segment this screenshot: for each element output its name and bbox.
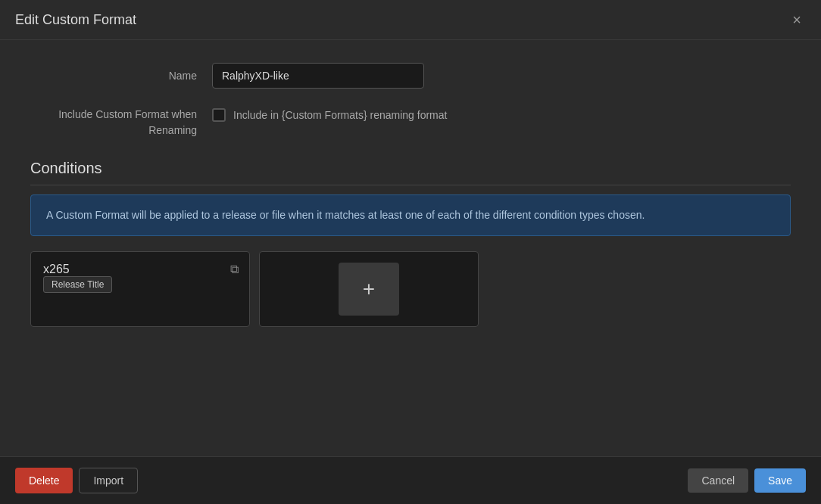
save-button[interactable]: Save — [754, 468, 806, 493]
modal-footer: Delete Import Cancel Save — [0, 456, 821, 504]
close-button[interactable]: × — [788, 11, 806, 29]
condition-title: x265 — [43, 263, 70, 275]
edit-custom-format-modal: Edit Custom Format × Name Include Custom… — [0, 0, 821, 504]
name-label: Name — [30, 70, 212, 82]
add-condition-button[interactable]: + — [339, 263, 399, 316]
include-checkbox-label: Include in {Custom Formats} renaming for… — [233, 109, 447, 121]
name-input[interactable] — [212, 63, 424, 89]
conditions-title: Conditions — [30, 160, 791, 185]
condition-copy-button[interactable]: ⧉ — [229, 261, 240, 278]
modal-header: Edit Custom Format × — [0, 0, 821, 40]
name-field-group: Name — [30, 63, 791, 89]
import-button[interactable]: Import — [79, 468, 138, 493]
footer-right: Cancel Save — [688, 468, 806, 493]
condition-card: x265 ⧉ Release Title — [30, 251, 250, 327]
cancel-button[interactable]: Cancel — [688, 468, 748, 493]
delete-button[interactable]: Delete — [15, 468, 73, 493]
modal-body: Name Include Custom Format when Renaming… — [0, 40, 821, 456]
conditions-info-box: A Custom Format will be applied to a rel… — [30, 194, 791, 236]
conditions-info-text: A Custom Format will be applied to a rel… — [46, 209, 645, 221]
condition-tag: Release Title — [43, 276, 112, 293]
conditions-list: x265 ⧉ Release Title + — [30, 251, 791, 327]
footer-left: Delete Import — [15, 468, 138, 493]
include-checkbox[interactable] — [212, 108, 226, 122]
checkbox-row: Include in {Custom Formats} renaming for… — [212, 107, 447, 122]
add-condition-card[interactable]: + — [259, 251, 479, 327]
include-label: Include Custom Format when Renaming — [30, 107, 212, 138]
include-checkbox-group: Include Custom Format when Renaming Incl… — [30, 107, 791, 138]
conditions-section: Conditions A Custom Format will be appli… — [30, 160, 791, 327]
modal-title: Edit Custom Format — [15, 12, 136, 28]
